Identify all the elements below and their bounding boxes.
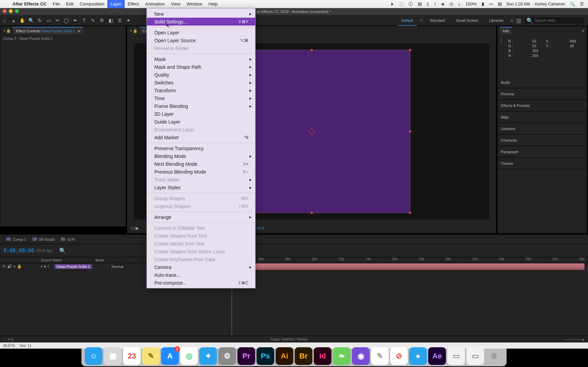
dock-bridge[interactable]: Br <box>295 347 312 365</box>
dock-indesign[interactable]: Id <box>314 347 331 365</box>
dock-doc2[interactable]: ▭ <box>466 347 484 365</box>
minimize-button[interactable] <box>9 9 13 13</box>
proj-tab-2[interactable]: 61% <box>61 237 75 241</box>
app-name[interactable]: After Effects CC <box>10 1 50 6</box>
rect-tool[interactable]: ▭ <box>44 16 53 25</box>
sel-handle-br[interactable] <box>409 212 411 214</box>
menu-item-pre-compose[interactable]: Pre-compose...⇧⌘C <box>147 279 255 287</box>
dock-swirl[interactable]: ◉ <box>352 347 370 365</box>
menu-item-add-marker[interactable]: Add Marker^8 <box>147 133 255 141</box>
exposure[interactable]: +0.0 <box>257 226 264 230</box>
dock-globe[interactable]: ● <box>409 347 427 365</box>
workspace-smallscreen[interactable]: Small Screen <box>452 15 482 26</box>
info-icon[interactable]: ⓘ <box>408 1 413 7</box>
pen-tool[interactable]: ✒ <box>71 16 80 25</box>
dock-safari[interactable]: ✦ <box>199 347 217 365</box>
spotlight-icon[interactable]: 🔍 <box>570 1 575 6</box>
menu-item-blending-mode[interactable]: Blending Mode <box>147 152 255 160</box>
zoom-button[interactable] <box>15 9 19 13</box>
dock-appstore[interactable]: A1 <box>161 347 179 365</box>
battery-pct[interactable]: 100% <box>465 1 477 6</box>
dock-trash[interactable]: 🗑 <box>485 347 503 365</box>
panel-character[interactable]: Character <box>497 134 587 146</box>
cc-icon[interactable]: ▤ <box>418 1 422 6</box>
sel-handle-tc[interactable] <box>311 49 313 51</box>
panel-align[interactable]: Align <box>497 111 587 123</box>
panel-menu-icon[interactable]: ≡ <box>582 29 584 33</box>
menu-item-next-blending-mode[interactable]: Next Blending Mode⇧= <box>147 160 255 168</box>
comp-close[interactable]: × 🔒 <box>130 29 138 33</box>
menu-effect[interactable]: Effect <box>125 0 142 8</box>
timecode[interactable]: 0;00;00;00 <box>3 248 34 254</box>
display-icon[interactable]: ▭ <box>489 1 493 6</box>
eraser-tool[interactable]: ◧ <box>106 16 115 25</box>
menu-window[interactable]: Window <box>184 0 205 8</box>
menu-item-arrange[interactable]: Arrange <box>147 213 255 221</box>
battery-icon[interactable]: ▮ <box>482 1 484 6</box>
dropbox-icon[interactable]: ⬚ <box>400 1 404 6</box>
dock-doc1[interactable]: ▭ <box>447 347 465 365</box>
panel-audio[interactable]: Audio <box>497 77 587 88</box>
menu-animation[interactable]: Animation <box>142 0 168 8</box>
menu-layer[interactable]: Layer <box>107 0 125 8</box>
sel-handle-bc[interactable] <box>311 212 313 214</box>
dock-notes[interactable]: ✎ <box>142 347 160 365</box>
workspace-libraries[interactable]: Libraries <box>485 15 508 26</box>
panel-preview[interactable]: Preview <box>497 88 587 100</box>
menu-view[interactable]: View <box>168 0 184 8</box>
menu-item-quality[interactable]: Quality <box>147 71 255 79</box>
date-icon[interactable]: ▤ <box>498 1 502 6</box>
search-help[interactable]: 🔍 <box>524 17 585 24</box>
select-tool[interactable]: ▴ <box>9 16 18 25</box>
dock-settings[interactable]: ⚙ <box>218 347 236 365</box>
menu-help[interactable]: Help <box>205 0 221 8</box>
panel-paragraph[interactable]: Paragraph <box>497 146 587 158</box>
tl-footer-icons[interactable]: ⬚ ✦ {} <box>3 337 13 341</box>
menu-item-mask-and-shape-path[interactable]: Mask and Shape Path <box>147 63 255 71</box>
proj-tab-0[interactable]: Comp 1 <box>6 237 26 241</box>
menu-item-solid-settings[interactable]: Solid Settings...⇧⌘Y <box>147 18 255 26</box>
dock-premiere[interactable]: Pr <box>237 347 255 365</box>
roto-tool[interactable]: ☡ <box>115 16 124 25</box>
search-timeline-icon[interactable]: 🔍 <box>59 248 66 254</box>
menu-composition[interactable]: Composition <box>77 0 107 8</box>
wifi-icon[interactable]: ⏚ <box>458 1 461 6</box>
close-button[interactable] <box>3 9 6 13</box>
menubar-clock[interactable]: Sun 1:20 AM <box>507 2 530 6</box>
hand-tool[interactable]: ✋ <box>18 16 27 25</box>
phone-icon[interactable]: ▯ <box>427 1 429 6</box>
menu-item-camera[interactable]: Camera <box>147 263 255 271</box>
menu-item-layer-styles[interactable]: Layer Styles <box>147 184 255 191</box>
panel-tracker[interactable]: Tracker <box>497 158 587 169</box>
home-icon[interactable]: ⌂ <box>0 16 9 25</box>
tl-zoom-slider[interactable]: —○——— ▲ <box>564 337 585 341</box>
bt-icon[interactable]: ᚼ <box>434 1 436 6</box>
ellipse-tool[interactable]: ◯ <box>62 16 71 25</box>
dock-launchpad[interactable]: ▦ <box>104 347 122 365</box>
layer-mode[interactable]: Normal <box>109 264 126 269</box>
hamburger-icon[interactable]: ☰ <box>580 1 584 6</box>
workspace-standard[interactable]: Standard <box>426 15 449 26</box>
dock-finder[interactable]: ☺ <box>85 347 103 365</box>
menu-item-3d-layer[interactable]: 3D Layer <box>147 110 255 118</box>
effect-controls-tab[interactable]: Effect Controls Deep Purple Solid 1 ≡ <box>13 27 82 34</box>
panel-effects[interactable]: Effects & Presets <box>497 100 587 111</box>
clock-icon[interactable]: ◷ <box>449 1 453 6</box>
playback-icon[interactable]: ⏵ <box>390 1 395 6</box>
menu-item-frame-blending[interactable]: Frame Blending <box>147 102 255 110</box>
proj-tab-1[interactable]: 08 Graph <box>32 237 55 241</box>
menu-item-auto-trace[interactable]: Auto-trace... <box>147 271 255 279</box>
search-input[interactable] <box>535 18 583 22</box>
puppet-tool[interactable]: ✦ <box>124 16 133 25</box>
crop-tool[interactable]: ✂ <box>53 16 62 25</box>
zoom-tool[interactable]: 🔍 <box>27 16 35 25</box>
workspace-default[interactable]: Default <box>397 15 417 26</box>
status-zoom[interactable]: 66.67% <box>3 344 15 348</box>
timeline-ruler[interactable]: 04s06s08s 10s12s14s 16s18s20s 22s24s26s … <box>232 257 585 263</box>
dock-blocked[interactable]: ⊘ <box>390 347 408 365</box>
menu-item-preserve-transparency[interactable]: Preserve Transparency <box>147 144 255 152</box>
anchor-point[interactable] <box>308 128 315 135</box>
menu-item-switches[interactable]: Switches <box>147 79 255 86</box>
menu-edit[interactable]: Edit <box>63 0 77 8</box>
timeline-track[interactable] <box>232 263 585 270</box>
